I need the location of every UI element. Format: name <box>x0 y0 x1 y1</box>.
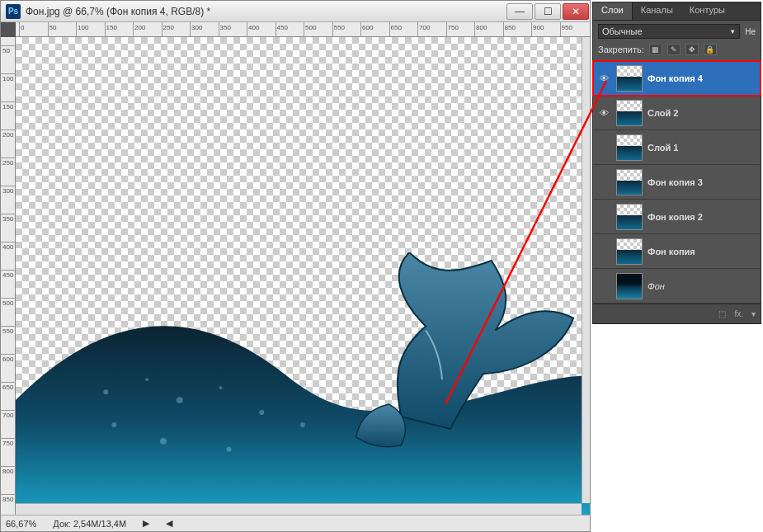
link-layers-icon[interactable]: ⬚ <box>718 309 726 318</box>
layer-thumbnail[interactable] <box>616 169 643 195</box>
layer-row[interactable]: 👁Фон копия 2 <box>593 200 761 234</box>
layer-row[interactable]: 👁Фон <box>593 269 761 304</box>
statusbar: 66,67% Док: 2,54M/13,4M ▶◀ <box>1 515 590 531</box>
visibility-toggle[interactable]: 👁 <box>596 175 611 190</box>
svg-point-0 <box>103 389 108 394</box>
layer-name[interactable]: Фон копия <box>648 247 757 257</box>
layer-thumbnail[interactable] <box>616 134 643 161</box>
lock-transparent-icon[interactable]: ▦ <box>649 44 662 55</box>
chevron-down-icon[interactable]: ▾ <box>751 309 756 318</box>
ruler-vertical[interactable]: 5010015020025030035040045050055060065070… <box>1 37 16 515</box>
lock-all-icon[interactable]: 🔒 <box>704 44 717 55</box>
layer-name[interactable]: Фон копия 3 <box>648 177 757 187</box>
layer-name[interactable]: Фон копия 4 <box>648 73 757 83</box>
layer-fx-icon[interactable]: fx. <box>734 309 743 318</box>
layer-row[interactable]: 👁Фон копия <box>593 234 761 269</box>
panel-footer: ⬚ fx. ▾ <box>593 304 761 323</box>
opacity-label: Не <box>745 27 756 36</box>
ruler-horizontal[interactable]: 0501001502002503003504004505005506006507… <box>16 22 590 37</box>
layer-name[interactable]: Слой 2 <box>648 108 757 118</box>
visibility-toggle[interactable]: 👁 <box>596 279 611 294</box>
svg-point-5 <box>300 422 305 427</box>
layer-thumbnail[interactable] <box>616 65 643 92</box>
artwork <box>16 252 590 515</box>
scrollbar-horizontal[interactable] <box>16 503 582 515</box>
document-window: Ps Фон.jpg @ 66,7% (Фон копия 4, RGB/8) … <box>0 0 591 532</box>
minimize-button[interactable]: — <box>506 3 533 20</box>
layers-panel: Слои Каналы Контуры Обычные ▼ Не Закрепи… <box>592 2 761 324</box>
blend-mode-select[interactable]: Обычные ▼ <box>598 24 740 39</box>
window-title: Фон.jpg @ 66,7% (Фон копия 4, RGB/8) * <box>26 6 506 17</box>
svg-point-8 <box>227 446 232 451</box>
layer-thumbnail[interactable] <box>616 238 643 265</box>
visibility-toggle[interactable]: 👁 <box>596 71 611 86</box>
svg-point-2 <box>177 397 183 403</box>
window-controls: — ☐ ✕ <box>506 2 590 21</box>
canvas[interactable] <box>16 37 590 515</box>
layer-name[interactable]: Фон копия 2 <box>648 212 757 222</box>
layer-row[interactable]: 👁Слой 2 <box>593 96 761 130</box>
scrollbar-vertical[interactable] <box>582 37 590 503</box>
visibility-toggle[interactable]: 👁 <box>596 244 611 259</box>
layer-name[interactable]: Фон <box>648 281 757 291</box>
chevron-down-icon: ▼ <box>729 28 736 35</box>
blend-mode-value: Обычные <box>602 26 643 36</box>
panel-tabs: Слои Каналы Контуры <box>593 2 761 21</box>
svg-point-3 <box>219 386 223 389</box>
tab-layers[interactable]: Слои <box>593 2 633 20</box>
visibility-toggle[interactable]: 👁 <box>596 106 611 120</box>
svg-point-6 <box>111 422 116 427</box>
zoom-value[interactable]: 66,67% <box>6 519 36 529</box>
tab-channels[interactable]: Каналы <box>633 2 681 20</box>
layer-list: 👁Фон копия 4👁Слой 2👁Слой 1👁Фон копия 3👁Ф… <box>593 61 761 304</box>
doc-size: Док: 2,54M/13,4M <box>53 519 126 529</box>
layer-row[interactable]: 👁Слой 1 <box>593 130 761 165</box>
workspace: 5010015020025030035040045050055060065070… <box>1 37 590 515</box>
svg-point-1 <box>145 378 148 381</box>
layer-row[interactable]: 👁Фон копия 3 <box>593 165 761 200</box>
layer-row[interactable]: 👁Фон копия 4 <box>593 61 761 96</box>
tab-paths[interactable]: Контуры <box>681 2 733 20</box>
lock-label: Закрепить: <box>598 45 644 54</box>
titlebar[interactable]: Ps Фон.jpg @ 66,7% (Фон копия 4, RGB/8) … <box>1 1 590 22</box>
layer-thumbnail[interactable] <box>616 273 643 299</box>
layer-thumbnail[interactable] <box>616 204 643 230</box>
close-button[interactable]: ✕ <box>563 3 589 20</box>
visibility-toggle[interactable]: 👁 <box>596 210 611 224</box>
visibility-toggle[interactable]: 👁 <box>596 140 611 155</box>
maximize-button[interactable]: ☐ <box>535 3 561 20</box>
lock-position-icon[interactable]: ✥ <box>685 44 699 55</box>
svg-point-7 <box>160 437 167 444</box>
layer-thumbnail[interactable] <box>616 100 643 126</box>
app-icon: Ps <box>6 4 21 19</box>
lock-pixels-icon[interactable]: ✎ <box>667 44 681 55</box>
svg-point-4 <box>259 410 264 415</box>
layer-name[interactable]: Слой 1 <box>648 143 757 153</box>
